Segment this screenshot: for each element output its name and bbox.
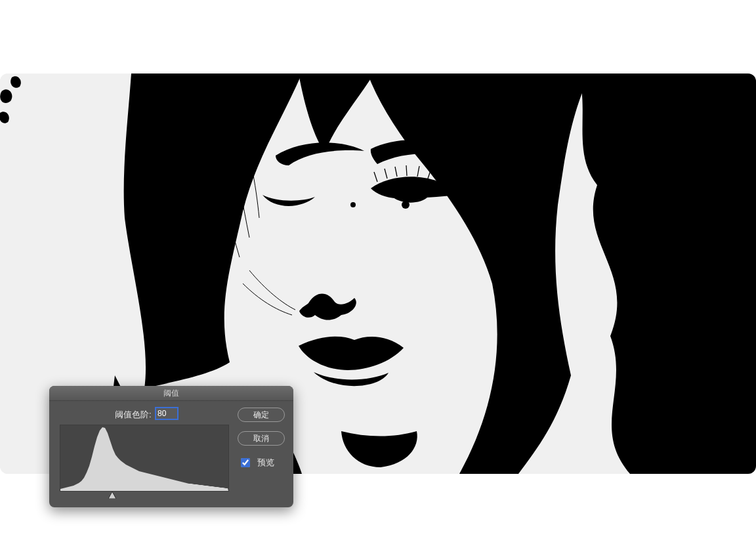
svg-marker-11 <box>108 492 116 499</box>
histogram <box>60 425 229 492</box>
svg-point-1 <box>402 201 410 209</box>
cancel-button[interactable]: 取消 <box>238 431 285 446</box>
threshold-slider[interactable] <box>60 492 228 501</box>
ok-button[interactable]: 确定 <box>238 408 285 422</box>
dialog-titlebar[interactable]: 阈值 <box>49 386 293 401</box>
threshold-level-input[interactable] <box>156 408 178 419</box>
preview-checkbox[interactable] <box>241 458 250 467</box>
slider-handle-icon[interactable] <box>108 492 116 499</box>
preview-label[interactable]: 预览 <box>257 457 274 469</box>
threshold-level-label: 阈值色阶: <box>115 409 152 421</box>
dialog-title: 阈值 <box>163 389 179 398</box>
svg-point-10 <box>350 202 356 207</box>
threshold-dialog: 阈值 阈值色阶: 确定 取消 预览 <box>49 386 293 507</box>
